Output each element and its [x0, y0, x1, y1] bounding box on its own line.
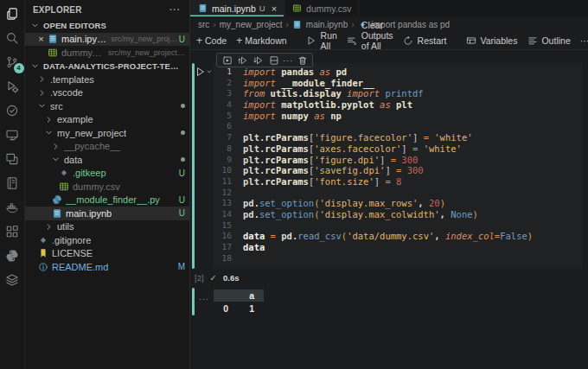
csv-icon	[58, 181, 70, 192]
tree-item-utils[interactable]: utils	[25, 220, 189, 234]
git-status-badge: U	[179, 208, 185, 218]
tree-item-.templates[interactable]: .templates	[25, 73, 189, 86]
outline-icon	[527, 35, 538, 46]
toolbar-run-all-button[interactable]: Run All	[306, 30, 337, 51]
toolbar-markdown-button[interactable]: +Markdown	[236, 35, 286, 47]
cell-gutter	[195, 63, 214, 269]
tree-item-license[interactable]: LICENSE	[25, 247, 189, 261]
activity-item-run-debug[interactable]	[0, 74, 25, 99]
tab-main-ipynb[interactable]: main.ipynbU×	[190, 0, 284, 16]
notebook: ··· 1import pandas as pd2import __module…	[190, 50, 588, 369]
item-label: dummy.csv	[61, 48, 104, 58]
section-open-editors[interactable]: OPEN EDITORS	[25, 19, 189, 33]
column-header: a	[231, 290, 260, 301]
tree-item-.vscode[interactable]: .vscode	[25, 86, 189, 100]
activity-item-files[interactable]	[0, 2, 25, 26]
item-label: dummy.csv	[73, 181, 120, 192]
tree-item-readme.md[interactable]: README.mdM	[25, 260, 189, 274]
breadcrumb-item[interactable]: my_new_project	[220, 20, 283, 29]
cell-run-above-button[interactable]	[236, 54, 249, 67]
activity-item-preview[interactable]	[0, 147, 25, 171]
clear-all-icon	[347, 35, 358, 46]
git-status-badge: U	[179, 169, 185, 178]
output-options-icon[interactable]: ···	[195, 288, 214, 315]
breadcrumb-item[interactable]: src	[198, 20, 209, 29]
toolbar-more-button[interactable]: ···	[580, 35, 588, 46]
tree-item--module-finder-.py[interactable]: __module_finder__.pyU	[25, 194, 189, 207]
cell-debug-cell-button[interactable]	[220, 54, 233, 67]
tree-item-dummy.csv[interactable]: dummy.csv	[25, 180, 189, 194]
vscode-window: 4 EXPLORER ··· OPEN EDITORS×main.ipynbsr…	[0, 0, 588, 369]
cell-execution-status: [2] ✓ 0.6s	[190, 271, 588, 283]
toolbar-label: Run All	[321, 30, 337, 51]
tree-item-.gitignore[interactable]: .gitignore	[25, 233, 189, 247]
line-number: 16	[215, 231, 243, 242]
section-data-analytics-project-template[interactable]: DATA-ANALYTICS-PROJECT-TEMPLATE	[25, 60, 189, 73]
cell-run-below-button[interactable]	[252, 54, 265, 67]
code-line: 17data	[215, 242, 583, 253]
activity-item-remote[interactable]	[0, 123, 25, 147]
tree-item-.gitkeep[interactable]: .gitkeepU	[25, 167, 189, 181]
cell-code-editor[interactable]: 1import pandas as pd2import __module_fin…	[214, 63, 583, 269]
folder-modified-dot	[181, 130, 185, 135]
code-line: 4import matplotlib.pyplot as plt	[215, 99, 583, 111]
activity-item-docker[interactable]	[0, 195, 25, 219]
code-line: 7plt.rcParams['figure.facecolor'] = 'whi…	[215, 132, 583, 143]
tab-dummy-csv[interactable]: dummy.csv	[284, 0, 359, 16]
item-label: .vscode	[50, 87, 83, 98]
notebook-icon	[197, 3, 208, 13]
tree-item--pycache-[interactable]: __pycache__	[25, 140, 189, 154]
tree-item-my-new-project[interactable]: my_new_project	[25, 126, 189, 140]
chev-closed-icon	[42, 115, 54, 124]
cell-delete-button[interactable]	[296, 54, 309, 67]
close-tab-icon[interactable]: ×	[272, 3, 277, 14]
run-below-icon	[253, 55, 264, 66]
code-line: 10plt.rcParams['savefig.dpi'] = 300	[215, 165, 583, 176]
activity-item-source-control[interactable]: 4	[0, 50, 25, 74]
toolbar-outline-button[interactable]: Outline	[527, 35, 570, 46]
code-line: 3from utils.display import printdf	[215, 88, 583, 99]
tree-item-src[interactable]: src	[25, 99, 189, 113]
breadcrumb-item[interactable]: main.ipynb	[306, 20, 348, 29]
cell-split-cell-button[interactable]	[267, 54, 280, 67]
cell-toolbar: ···	[216, 53, 313, 67]
chev-closed-icon	[35, 74, 48, 84]
python-file-icon	[51, 194, 63, 205]
tree-item-data[interactable]: data	[25, 153, 189, 167]
activity-item-extensions[interactable]	[0, 219, 25, 244]
line-number: 3	[215, 88, 243, 99]
explorer-more-actions-icon[interactable]: ···	[169, 5, 181, 15]
restart-icon	[403, 35, 414, 46]
table-row: 01	[214, 302, 264, 315]
split-cell-icon	[269, 55, 279, 66]
toolbar-restart-button[interactable]: Restart	[403, 35, 447, 46]
item-label: __module_finder__.py	[66, 194, 160, 205]
csv-icon	[47, 48, 59, 58]
activity-item-notebook-book[interactable]	[0, 171, 25, 195]
cell-more-icon[interactable]: ···	[283, 56, 293, 65]
activity-item-search[interactable]	[0, 26, 25, 50]
activity-item-layers[interactable]	[0, 268, 25, 292]
notebook-toolbar: +Code+MarkdownRun AllClear Outputs of Al…	[190, 32, 588, 50]
tree-item-main.ipynb[interactable]: ×main.ipynbsrc/my_new_projectU	[25, 33, 189, 47]
explorer-title: EXPLORER	[33, 5, 82, 15]
git-status-badge: M	[178, 262, 185, 271]
toolbar-code-button[interactable]: +Code	[196, 35, 227, 47]
activity-item-python-logo[interactable]	[0, 244, 25, 268]
run-cell-button[interactable]	[195, 67, 213, 77]
explorer-sidebar: EXPLORER ··· OPEN EDITORS×main.ipynbsrc/…	[25, 0, 190, 369]
play-icon	[306, 35, 317, 46]
code-line: 1import pandas as pd	[215, 67, 583, 78]
close-editor-icon[interactable]: ×	[35, 34, 47, 44]
item-label: src	[50, 101, 63, 111]
item-label: utils	[57, 221, 74, 232]
item-label: .gitkeep	[73, 168, 106, 178]
line-number: 17	[215, 242, 243, 253]
activity-item-testing[interactable]	[0, 99, 25, 123]
toolbar-variables-button[interactable]: Variables	[465, 35, 517, 46]
execution-time: 0.6s	[223, 273, 240, 283]
tree-item-example[interactable]: example	[25, 113, 189, 127]
tree-item-main.ipynb[interactable]: main.ipynbU	[25, 207, 189, 220]
activity-bar: 4	[0, 0, 25, 369]
tree-item-dummy.csv[interactable]: dummy.csvsrc/my_new_project/data	[25, 46, 189, 60]
